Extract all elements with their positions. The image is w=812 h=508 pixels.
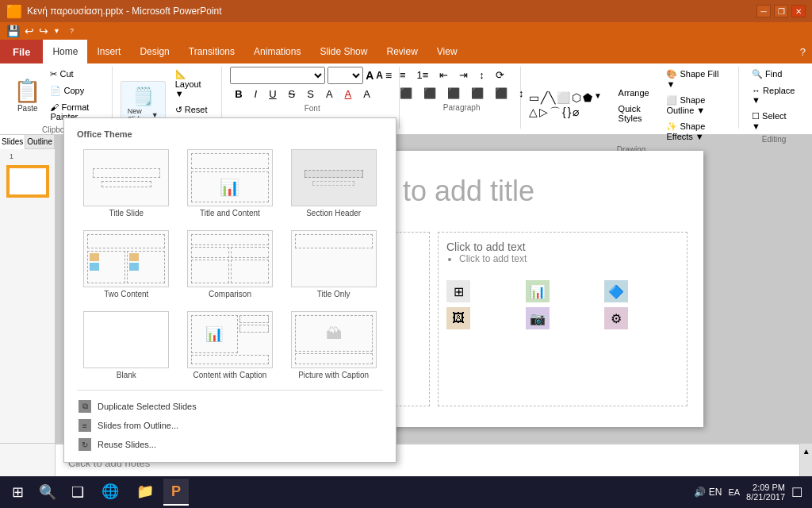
shape-brace2[interactable]: } — [568, 106, 572, 120]
task-view-button[interactable]: ❑ — [63, 479, 92, 506]
file-menu-button[interactable]: File — [0, 40, 43, 64]
save-icon[interactable]: 💾 — [6, 25, 20, 37]
layout-section-header[interactable]: Section Header — [284, 145, 383, 221]
reset-button[interactable]: ↺ Reset — [170, 102, 217, 117]
font-family-select[interactable] — [230, 67, 325, 84]
char-spacing-button[interactable]: A — [321, 86, 338, 102]
clear-format-button[interactable]: ≡ — [385, 69, 392, 82]
cut-button[interactable]: ✂ Cut — [45, 67, 106, 82]
taskbar-explorer[interactable]: 📁 — [128, 479, 162, 506]
columns-button[interactable]: ⬛ — [490, 85, 512, 102]
shape-arrow2[interactable]: ▷ — [539, 106, 548, 120]
more-icon[interactable]: ▼ — [53, 27, 60, 35]
duplicate-slides-action[interactable]: ⧉ Duplicate Selected Slides — [72, 397, 388, 416]
tab-animations[interactable]: Animations — [244, 40, 310, 64]
shape-5[interactable]: ⬡ — [572, 91, 581, 104]
taskbar-ie[interactable]: 🌐 — [94, 479, 127, 506]
tab-review[interactable]: Review — [377, 40, 427, 64]
layout-content-caption[interactable]: 📊 Content with Caption — [181, 307, 280, 383]
layout-two-content[interactable]: Two Content — [77, 226, 176, 302]
shape-4[interactable]: ⬜ — [557, 91, 570, 104]
align-center-button[interactable]: ⬛ — [419, 85, 441, 102]
start-button[interactable]: ⊞ — [3, 479, 32, 506]
outline-tab[interactable]: Outline — [25, 135, 55, 149]
quick-styles-button[interactable]: Quick Styles — [614, 102, 661, 125]
replace-button[interactable]: ↔ Replace ▼ — [747, 83, 801, 107]
redo-icon[interactable]: ↪ — [39, 25, 48, 37]
numbering-button[interactable]: 1≡ — [412, 67, 433, 83]
taskbar-powerpoint[interactable]: P — [163, 479, 189, 506]
layout-title-only[interactable]: Title Only — [284, 226, 383, 302]
copy-button[interactable]: 📄 Copy — [45, 83, 106, 98]
paste-button[interactable]: 📋 Paste — [11, 74, 44, 117]
layout-comparison[interactable]: Comparison — [181, 226, 280, 302]
tab-transitions[interactable]: Transitions — [179, 40, 244, 64]
align-right-button[interactable]: ⬛ — [442, 85, 465, 102]
shape-brace[interactable]: { — [562, 106, 566, 120]
align-left-button[interactable]: ⬛ — [395, 85, 417, 102]
shapes-more-button[interactable]: ▼ — [594, 91, 602, 104]
shape-effects-button[interactable]: ✨ Shape Effects ▼ — [661, 119, 733, 144]
arrange-button[interactable]: Arrange — [614, 86, 661, 100]
minimize-button[interactable]: ─ — [756, 5, 771, 17]
font-color-button[interactable]: A — [340, 86, 357, 102]
r-table-icon[interactable]: ⊞ — [446, 280, 470, 302]
help-icon: ? — [70, 27, 74, 35]
shape-arrow1[interactable]: △ — [529, 106, 538, 120]
bullets-button[interactable]: ≡ — [395, 67, 411, 83]
shape-2[interactable]: ╱ — [541, 91, 547, 104]
tab-design[interactable]: Design — [130, 40, 178, 64]
r-chart-icon[interactable]: 📊 — [526, 280, 550, 302]
slides-from-outline-action[interactable]: ≡ Slides from Outline... — [72, 416, 388, 435]
tab-insert[interactable]: Insert — [87, 40, 130, 64]
ribbon-help-icon[interactable]: ? — [800, 46, 806, 58]
indent-decrease-button[interactable]: ⇤ — [435, 67, 453, 83]
convert-smartart-button[interactable]: ⟳ — [491, 67, 509, 83]
r-smartart-icon[interactable]: 🔷 — [604, 280, 628, 302]
restore-button[interactable]: ❐ — [774, 5, 788, 17]
find-button[interactable]: 🔍 Find — [747, 67, 801, 82]
notification-icon[interactable]: ☐ — [791, 485, 802, 500]
text-direction-button[interactable]: ↕ — [474, 67, 489, 83]
r-picture-icon[interactable]: 🖼 — [446, 307, 470, 329]
tab-view[interactable]: View — [427, 40, 467, 64]
underline-button[interactable]: U — [264, 86, 281, 102]
r-media-icon[interactable]: ⚙ — [604, 307, 628, 329]
increase-font-button[interactable]: A — [366, 69, 373, 82]
right-content-box[interactable]: Click to add text Click to add text ⊞ 📊 … — [438, 232, 688, 406]
tab-slideshow[interactable]: Slide Show — [310, 40, 377, 64]
font-size-select[interactable] — [327, 67, 363, 84]
indent-increase-button[interactable]: ⇥ — [454, 67, 473, 83]
shadow-button[interactable]: S — [302, 86, 319, 102]
layout-picture-caption[interactable]: 🏔 Picture with Caption — [284, 307, 383, 383]
slides-tab[interactable]: Slides — [0, 135, 25, 149]
search-button[interactable]: 🔍 — [33, 479, 62, 506]
layout-title-slide[interactable]: Title Slide — [77, 145, 176, 221]
tab-home[interactable]: Home — [43, 40, 87, 64]
shape-curve[interactable]: ⌒ — [550, 106, 561, 120]
explorer-icon: 📁 — [136, 483, 154, 500]
font-size-input[interactable]: A — [358, 86, 375, 102]
shape-fill-button[interactable]: 🎨 Shape Fill ▼ — [661, 67, 733, 91]
shape-3[interactable]: ╲ — [549, 91, 555, 104]
r-clip-icon[interactable]: 📷 — [526, 307, 550, 329]
justify-button[interactable]: ⬛ — [466, 85, 488, 102]
shape-outline-button[interactable]: ⬜ Shape Outline ▼ — [661, 93, 733, 117]
select-button[interactable]: ☐ Select ▼ — [747, 109, 801, 133]
italic-button[interactable]: I — [250, 86, 262, 102]
shape-6[interactable]: ⬟ — [583, 91, 592, 104]
taskbar-right: 🔊 EN EA 2:09 PM 8/21/2017 ☐ — [694, 483, 809, 502]
notes-scroll-up[interactable]: ▲ — [802, 447, 810, 456]
layout-blank[interactable]: Blank — [77, 307, 176, 383]
shape-1[interactable]: ▭ — [529, 91, 539, 104]
decrease-font-button[interactable]: A — [376, 70, 383, 81]
bold-button[interactable]: B — [230, 86, 247, 102]
close-button[interactable]: ✕ — [791, 5, 806, 17]
reuse-slides-action[interactable]: ↻ Reuse Slides... — [72, 435, 388, 454]
layout-button[interactable]: 📐 Layout ▼ — [170, 67, 217, 101]
undo-icon[interactable]: ↩ — [25, 25, 34, 37]
layout-title-content[interactable]: 📊 Title and Content — [181, 145, 280, 221]
slide-thumbnail-1[interactable] — [6, 165, 49, 198]
shape-equation[interactable]: ⌀ — [573, 106, 579, 120]
strikethrough-button[interactable]: S — [284, 86, 301, 102]
